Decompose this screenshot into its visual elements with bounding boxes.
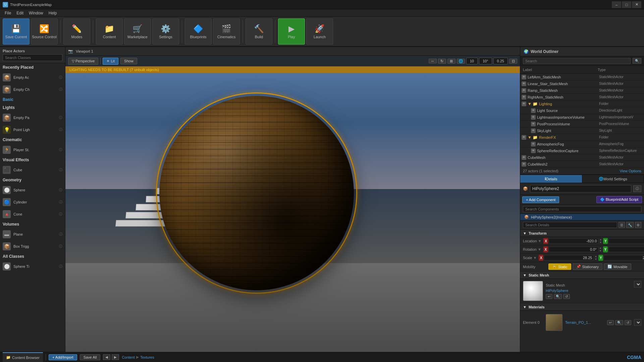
place-item-empty-ch[interactable]: 📦 Empty Ch ⓘ [0, 83, 65, 96]
section-geometry[interactable]: Geometry [0, 176, 65, 184]
search-classes-input[interactable] [3, 54, 62, 61]
component-item-hipolysphere2[interactable]: 📦 HiPolySphere2(Instance) [520, 214, 644, 221]
component-search-input[interactable] [523, 206, 641, 212]
mesh-dropdown[interactable] [634, 281, 641, 288]
source-control-button[interactable]: 🔀 Source Control [31, 18, 58, 45]
mesh-name[interactable]: HiPolySphere [546, 289, 631, 293]
viewport-tab-1[interactable]: Viewport 1 [76, 49, 93, 53]
vis-leftarm[interactable]: 👁 [522, 75, 526, 79]
content-button[interactable]: 📁 Content [96, 18, 123, 45]
outliner-item-spherereflect[interactable]: 👁 SphereReflectionCapture SphereReflecti… [520, 147, 644, 154]
launch-button[interactable]: 🚀 Launch [306, 18, 333, 45]
location-label[interactable]: Location ▼ [523, 239, 541, 243]
vis-lighting-folder[interactable]: 👁 [522, 102, 526, 106]
outliner-item-atmosfog[interactable]: 👁 AtmosphericFog AtmosphericFog [520, 141, 644, 147]
scale-x-down[interactable]: ▼ [594, 258, 597, 261]
play-button[interactable]: ▶ Play [278, 18, 305, 45]
vis-lightmass[interactable]: 👁 [531, 115, 536, 120]
outliner-item-postprocess[interactable]: 👁 PostProcessVolume PostProcessVolume [520, 121, 644, 127]
outliner-item-leftarm[interactable]: 👁 LeftArm_StaticMesh StaticMeshActor [520, 74, 644, 80]
path-forward-btn[interactable]: ▶ [112, 354, 119, 360]
viewport[interactable]: ▽ Perspective ☀ Lit Show ↔ ↻ ⊞ 🌐 [65, 56, 520, 352]
lit-button[interactable]: ☀ Lit [103, 58, 118, 65]
vp-world-btn[interactable]: 🌐 [457, 59, 465, 64]
viewport-perspective-toggle[interactable]: ▽ Perspective [68, 58, 98, 65]
stationary-button[interactable]: 📌 Stationary [573, 263, 603, 270]
menu-file[interactable]: File [2, 9, 14, 17]
settings-button[interactable]: ⚙️ Settings [152, 18, 179, 45]
outliner-item-rightarm[interactable]: 👁 RightArm_StaticMesh StaticMeshActor [520, 94, 644, 101]
maximize-button[interactable]: □ [622, 1, 631, 8]
vis-skylight[interactable]: 👁 [531, 128, 536, 133]
vis-linearstair[interactable]: 👁 [522, 81, 526, 86]
section-recently-placed[interactable]: Recently Placed [0, 63, 65, 71]
section-all-classes[interactable]: All Classes [0, 252, 65, 260]
section-lights[interactable]: Lights [0, 104, 65, 112]
outliner-item-renderfx-folder[interactable]: 👁 ▼ 📁 RenderFX Folder [520, 134, 644, 141]
place-item-cylinder[interactable]: 🔵 Cylinder ⓘ [0, 196, 65, 208]
static-button[interactable]: 🔒 Static [548, 263, 571, 270]
vp-scale-btn[interactable]: ⊞ [447, 59, 455, 64]
material-reset-btn[interactable]: ↺ [625, 320, 631, 325]
scale-label[interactable]: Scale ▼ [523, 256, 537, 260]
close-button[interactable]: ✕ [632, 1, 641, 8]
vp-rotate-btn[interactable]: ↻ [438, 59, 446, 64]
outliner-search-input[interactable] [523, 58, 631, 64]
show-button[interactable]: Show [120, 58, 137, 64]
location-x-down[interactable]: ▼ [599, 241, 602, 244]
menu-window[interactable]: Window [26, 9, 46, 17]
vis-spherereflect[interactable]: 👁 [531, 148, 536, 153]
scale-x-up[interactable]: ▲ [594, 255, 597, 258]
scale-x-input[interactable] [544, 255, 594, 260]
section-visual-effects[interactable]: Visual Effects [0, 156, 65, 164]
material-element-0-name[interactable]: Terrain_PO_1... [565, 320, 604, 324]
section-volumes[interactable]: Volumes [0, 220, 65, 228]
menu-help[interactable]: Help [46, 9, 60, 17]
rotation-x-input[interactable] [549, 247, 598, 252]
outliner-item-cubemesh[interactable]: 👁 CubeMesh StaticMeshActor [520, 154, 644, 161]
breadcrumb-content[interactable]: Content [122, 355, 135, 359]
marketplace-button[interactable]: 🛒 Marketplace [124, 18, 151, 45]
mesh-find-btn[interactable]: 🔍 [554, 294, 562, 299]
place-item-cone[interactable]: 🔺 Cone ⓘ [0, 208, 65, 220]
rotation-y-input[interactable] [608, 247, 644, 252]
save-all-button[interactable]: Save All [80, 354, 101, 360]
place-item-player-start[interactable]: 🏃 Player St. ⓘ [0, 144, 65, 156]
sphere-mesh[interactable] [159, 96, 354, 290]
vis-renderfx-folder[interactable]: 👁 [522, 135, 526, 140]
place-item-box-trigg[interactable]: 📦 Box Trigg ⓘ [0, 240, 65, 252]
rotation-x-down[interactable]: ▼ [599, 249, 602, 252]
scale-y-input[interactable] [604, 255, 644, 260]
outliner-item-lightsource[interactable]: 👁 Light Source DirectionalLight [520, 107, 644, 114]
location-y-input[interactable] [608, 238, 644, 244]
blueprint-add-script-button[interactable]: 🔷 Blueprint/Add Script [596, 196, 642, 203]
place-item-plane[interactable]: ▬ Plane ⓘ [0, 228, 65, 240]
outliner-item-lighting-folder[interactable]: 👁 ▼ 📁 Lighting Folder [520, 101, 644, 107]
add-import-button[interactable]: + Add/Import [49, 354, 77, 360]
material-browse-btn[interactable]: ↩ [607, 320, 614, 325]
breadcrumb-textures[interactable]: Textures [140, 355, 154, 359]
blueprints-button[interactable]: 🔷 Blueprints [185, 18, 212, 45]
section-basic[interactable]: Basic [0, 96, 65, 104]
build-button[interactable]: 🔨 Build [246, 18, 272, 45]
place-item-empty-ac[interactable]: 📦 Empty Ac ⓘ [0, 71, 65, 83]
vis-ramp[interactable]: 👁 [522, 88, 526, 93]
outliner-item-cubemesh2[interactable]: 👁 CubeMesh2 StaticMeshActor [520, 161, 644, 168]
actor-info-btn[interactable]: ⓘ [633, 185, 641, 192]
static-mesh-section-header[interactable]: ▼ Static Mesh [520, 272, 644, 279]
mesh-browse-btn[interactable]: ↩ [546, 294, 552, 299]
vis-cubemesh[interactable]: 👁 [522, 155, 526, 160]
add-component-button[interactable]: + Add Component [522, 196, 559, 203]
tab-details[interactable]: ℹ Details [520, 175, 582, 183]
place-item-sphere[interactable]: ⚪ Sphere ⓘ [0, 184, 65, 196]
vis-rightarm[interactable]: 👁 [522, 95, 526, 100]
place-item-sphere-ti[interactable]: ⚪ Sphere Ti ⓘ [0, 260, 65, 273]
place-item-empty-pa[interactable]: 📦 Empty Pa ⓘ [0, 112, 65, 124]
materials-section-header[interactable]: ▼ Materials [520, 303, 644, 311]
tab-world-settings[interactable]: 🌐 World Settings [582, 175, 644, 183]
minimize-button[interactable]: – [612, 1, 621, 8]
vp-move-btn[interactable]: ↔ [429, 59, 437, 63]
outliner-item-lightmass[interactable]: 👁 LightmassImportanceVolume LightmassImp… [520, 114, 644, 121]
vis-cubemesh2[interactable]: 👁 [522, 162, 526, 167]
transform-section-header[interactable]: ▼ Transform [520, 230, 644, 237]
